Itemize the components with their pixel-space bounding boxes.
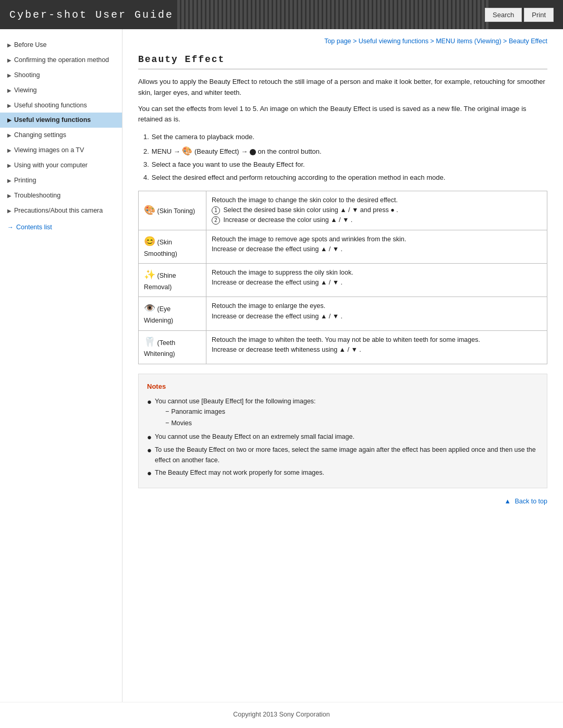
sidebar-item-viewing-tv[interactable]: ▶Viewing images on a TV — [0, 143, 122, 158]
back-to-top-label: Back to top — [515, 498, 547, 505]
notes-title: Notes — [147, 381, 538, 392]
sidebar-item-using-computer[interactable]: ▶Using with your computer — [0, 158, 122, 173]
sidebar-item-viewing[interactable]: ▶Viewing — [0, 83, 122, 98]
effect-row-1: 😊 (SkinSmoothing)Retouch the image to re… — [139, 230, 547, 263]
step-4: 4.Select the desired effect and perform … — [143, 172, 547, 183]
sidebar-item-label: Shooting — [14, 71, 116, 80]
contents-link-label: Contents list — [16, 224, 52, 231]
sidebar-item-label: Changing settings — [14, 131, 116, 140]
sidebar-item-precautions[interactable]: ▶Precautions/About this camera — [0, 203, 122, 218]
app-title: Cyber-shot User Guide — [9, 9, 174, 21]
note-item-0: ●You cannot use [Beauty Effect] for the … — [147, 396, 538, 429]
sidebar-item-useful-viewing[interactable]: ▶Useful viewing functions — [0, 113, 122, 128]
back-to-top-link[interactable]: ▲ Back to top — [138, 498, 547, 505]
main-layout: ▶Before Use▶Confirming the operation met… — [0, 29, 563, 702]
steps-list: 1.Set the camera to playback mode.2.MENU… — [143, 131, 547, 183]
sidebar-item-shooting[interactable]: ▶Shooting — [0, 68, 122, 83]
effect-icon-4: 🦷 — [144, 337, 155, 347]
sidebar-item-label: Viewing — [14, 86, 116, 95]
effect-row-0: 🎨 (Skin Toning)Retouch the image to chan… — [139, 191, 547, 230]
effect-icon-0: 🎨 — [144, 205, 155, 215]
page-number: 94 — [0, 722, 563, 728]
effect-name-2: ✨ (ShineRemoval) — [139, 264, 206, 297]
sidebar-arrow-icon: ▶ — [7, 177, 11, 184]
search-button[interactable]: Search — [485, 8, 522, 22]
effect-row-3: 👁️ (EyeWidening)Retouch the image to enl… — [139, 297, 547, 330]
sidebar-arrow-icon: ▶ — [7, 117, 11, 124]
sidebar-arrow-icon: ▶ — [7, 42, 11, 49]
step-num: 4. — [143, 174, 149, 181]
header-stripes: // Stripes rendered inline after parse — [177, 0, 490, 29]
step-1: 1.Set the camera to playback mode. — [143, 131, 547, 143]
sidebar-item-useful-shooting[interactable]: ▶Useful shooting functions — [0, 98, 122, 113]
sidebar-arrow-icon: ▶ — [7, 162, 11, 169]
step-3: 3.Select a face you want to use the Beau… — [143, 159, 547, 170]
note-item-3: ●The Beauty Effect may not work properly… — [147, 467, 538, 478]
effect-row-4: 🦷 (TeethWhitening)Retouch the image to w… — [139, 330, 547, 364]
print-button[interactable]: Print — [524, 8, 554, 22]
effect-icon-1: 😊 — [144, 236, 155, 246]
effect-desc-1: Retouch the image to remove age spots an… — [206, 230, 547, 263]
effect-name-4: 🦷 (TeethWhitening) — [139, 330, 206, 364]
sidebar-item-label: Confirming the operation method — [14, 56, 116, 65]
sidebar-item-label: Useful shooting functions — [14, 101, 116, 110]
notes-box: Notes ●You cannot use [Beauty Effect] fo… — [138, 374, 547, 488]
effect-desc-4: Retouch the image to whiten the teeth. Y… — [206, 330, 547, 364]
notes-bullet: ● — [147, 431, 152, 442]
step-num: 3. — [143, 161, 149, 168]
effect-row-2: ✨ (ShineRemoval)Retouch the image to sup… — [139, 264, 547, 297]
notes-bullet: ● — [147, 445, 152, 455]
note-text: To use the Beauty Effect on two or more … — [155, 445, 538, 465]
effect-name-0: 🎨 (Skin Toning) — [139, 191, 206, 230]
effect-name-1: 😊 (SkinSmoothing) — [139, 230, 206, 263]
sidebar-item-before-use[interactable]: ▶Before Use — [0, 38, 122, 53]
contents-link[interactable]: → Contents list — [0, 218, 122, 236]
intro-text-1: Allows you to apply the Beauty Effect to… — [138, 77, 547, 98]
note-sub: −Panoramic images — [165, 406, 316, 417]
note-text: You cannot use the Beauty Effect on an e… — [155, 431, 354, 442]
sidebar-item-label: Using with your computer — [14, 161, 116, 170]
intro-text-2: You can set the effects from level 1 to … — [138, 104, 547, 126]
sidebar-item-label: Printing — [14, 176, 116, 185]
breadcrumb[interactable]: Top page > Useful viewing functions > ME… — [138, 38, 547, 45]
effects-table: 🎨 (Skin Toning)Retouch the image to chan… — [138, 191, 547, 364]
sidebar-item-label: Precautions/About this camera — [14, 206, 116, 215]
sidebar-item-printing[interactable]: ▶Printing — [0, 173, 122, 188]
effect-desc-2: Retouch the image to suppress the oily s… — [206, 264, 547, 297]
contents-arrow-icon: → — [7, 224, 14, 231]
header-buttons: Search Print — [485, 8, 554, 22]
sidebar-arrow-icon: ▶ — [7, 207, 11, 215]
sidebar-item-troubleshooting[interactable]: ▶Troubleshooting — [0, 188, 122, 203]
page-title: Beauty Effect — [138, 54, 547, 69]
note-item-2: ●To use the Beauty Effect on two or more… — [147, 445, 538, 465]
footer: Copyright 2013 Sony Corporation — [0, 702, 563, 722]
step-num: 1. — [143, 133, 149, 141]
notes-bullet: ● — [147, 467, 152, 478]
copyright-text: Copyright 2013 Sony Corporation — [233, 711, 330, 718]
sidebar: ▶Before Use▶Confirming the operation met… — [0, 29, 123, 702]
effect-name-3: 👁️ (EyeWidening) — [139, 297, 206, 330]
note-text: You cannot use [Beauty Effect] for the f… — [155, 396, 316, 429]
sidebar-arrow-icon: ▶ — [7, 87, 11, 94]
step-2: 2.MENU → 🎨 (Beauty Effect) → on the cont… — [143, 144, 547, 158]
sidebar-item-confirming[interactable]: ▶Confirming the operation method — [0, 53, 122, 68]
note-sub: −Movies — [165, 418, 316, 428]
step-num: 2. — [143, 147, 149, 155]
note-text: The Beauty Effect may not work properly … — [155, 467, 324, 478]
header: Cyber-shot User Guide // Stripes rendere… — [0, 0, 563, 29]
sidebar-item-label: Before Use — [14, 41, 116, 50]
sidebar-arrow-icon: ▶ — [7, 57, 11, 64]
content-area: Top page > Useful viewing functions > ME… — [123, 29, 563, 702]
effect-desc-0: Retouch the image to change the skin col… — [206, 191, 547, 230]
sidebar-arrow-icon: ▶ — [7, 132, 11, 139]
sidebar-item-changing-settings[interactable]: ▶Changing settings — [0, 128, 122, 143]
sidebar-arrow-icon: ▶ — [7, 192, 11, 200]
effect-desc-3: Retouch the image to enlarge the eyes.In… — [206, 297, 547, 330]
sidebar-arrow-icon: ▶ — [7, 72, 11, 79]
sidebar-item-label: Useful viewing functions — [14, 116, 116, 125]
sidebar-arrow-icon: ▶ — [7, 102, 11, 109]
effect-icon-3: 👁️ — [144, 303, 155, 313]
effect-icon-2: ✨ — [144, 269, 155, 280]
sidebar-arrow-icon: ▶ — [7, 147, 11, 154]
sidebar-item-label: Troubleshooting — [14, 191, 116, 200]
